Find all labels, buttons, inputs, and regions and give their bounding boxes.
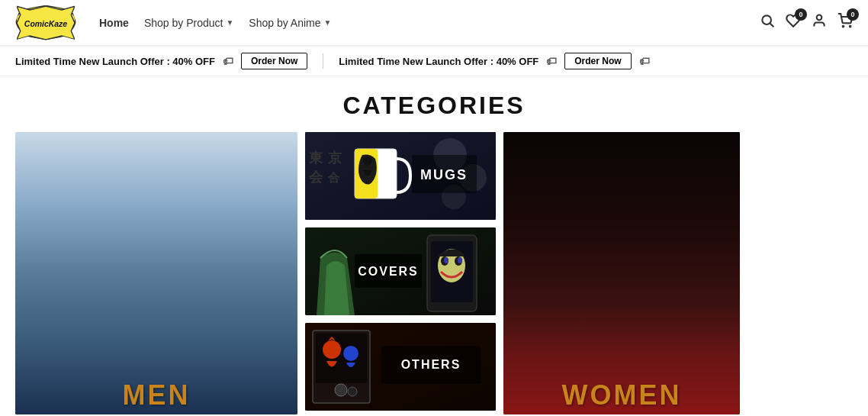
main-content: CATEGORIES	[0, 76, 868, 416]
svg-point-6	[850, 26, 851, 27]
promo-text-2: Limited Time New Launch Offer : 40% OFF	[339, 56, 538, 67]
svg-rect-52	[316, 334, 367, 383]
mugs-art: 東 京 会 合	[305, 132, 496, 220]
svg-point-37	[363, 156, 372, 166]
svg-point-46	[444, 257, 448, 263]
wishlist-button[interactable]: 0	[786, 13, 801, 32]
card-covers[interactable]: COVERS	[305, 227, 496, 315]
promo-icon-1: 🏷	[223, 55, 233, 67]
card-men[interactable]: MEN	[15, 132, 297, 414]
women-background	[503, 132, 740, 414]
logo[interactable]: ComicKaze	[15, 5, 76, 40]
svg-text:COVERS: COVERS	[358, 265, 419, 278]
cart-badge: 0	[847, 8, 859, 21]
card-mugs[interactable]: 東 京 会 合	[305, 132, 496, 220]
promo-icon-3: 🏷	[639, 55, 650, 67]
svg-point-53	[323, 340, 341, 359]
header: ComicKaze Home Shop by Product ▼ Shop by…	[0, 0, 868, 46]
promo-icon-2: 🏷	[546, 55, 557, 67]
order-now-button-1[interactable]: Order Now	[241, 53, 307, 69]
card-women[interactable]: WOMEN	[503, 132, 740, 414]
card-others[interactable]: OTHERS	[305, 323, 496, 411]
promo-text-1: Limited Time New Launch Offer : 40% OFF	[15, 56, 215, 67]
svg-text:東: 東	[309, 150, 323, 166]
cart-button[interactable]: 0	[837, 13, 853, 32]
svg-point-54	[343, 346, 358, 361]
logo-wrap[interactable]: ComicKaze	[15, 5, 76, 40]
women-label: WOMEN	[503, 373, 740, 414]
men-background	[15, 132, 297, 414]
promo-divider	[323, 53, 323, 69]
search-button[interactable]	[760, 13, 775, 32]
svg-point-47	[458, 257, 462, 263]
svg-text:MUGS: MUGS	[420, 167, 468, 182]
svg-point-56	[348, 387, 357, 396]
categories-title: CATEGORIES	[15, 92, 853, 120]
header-icons: 0 0	[760, 13, 853, 32]
nav-home[interactable]: Home	[99, 17, 129, 29]
svg-text:京: 京	[328, 150, 342, 166]
user-button[interactable]	[812, 13, 827, 32]
main-nav: Home Shop by Product ▼ Shop by Anime ▼	[99, 17, 760, 29]
men-label: MEN	[15, 373, 297, 414]
svg-point-2	[762, 15, 771, 24]
svg-point-55	[335, 384, 347, 396]
svg-text:ComicKaze: ComicKaze	[24, 19, 67, 27]
categories-grid: MEN 東 京 会 合	[15, 132, 853, 416]
promo-bar: Limited Time New Launch Offer : 40% OFF …	[0, 46, 868, 76]
others-art: OTHERS	[305, 323, 496, 411]
shop-anime-arrow-icon: ▼	[324, 18, 332, 27]
order-now-button-2[interactable]: Order Now	[564, 53, 631, 69]
svg-line-3	[770, 24, 774, 27]
svg-point-5	[843, 26, 844, 27]
center-column: 東 京 会 合	[305, 132, 496, 411]
shop-product-arrow-icon: ▼	[226, 18, 233, 27]
svg-text:OTHERS: OTHERS	[401, 358, 461, 371]
nav-shop-anime[interactable]: Shop by Anime ▼	[249, 17, 331, 29]
nav-shop-product[interactable]: Shop by Product ▼	[144, 17, 233, 29]
svg-text:会: 会	[308, 169, 323, 185]
svg-text:合: 合	[327, 171, 340, 184]
svg-point-4	[817, 15, 822, 21]
covers-art: COVERS	[305, 227, 496, 315]
wishlist-badge: 0	[795, 8, 807, 21]
